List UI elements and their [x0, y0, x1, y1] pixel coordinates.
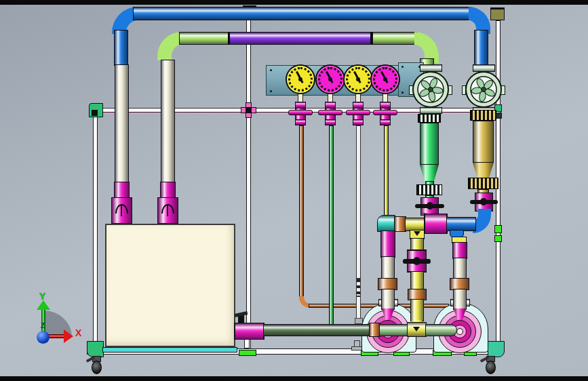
blue-pipe-drop-right[interactable]: [474, 30, 488, 66]
origin-sphere: [37, 331, 50, 344]
green-pipe-left[interactable]: [179, 32, 229, 45]
purple-pipe-section[interactable]: [228, 32, 372, 45]
flow-arrow-tee: [413, 327, 420, 332]
inlet-pipe-2-union[interactable]: [160, 182, 176, 199]
green-venturi-tube[interactable]: [420, 123, 439, 165]
cad-viewport: Y X Z: [0, 0, 588, 381]
pump1-riser-cream-lower[interactable]: [381, 289, 395, 310]
frame-rail-middle[interactable]: [246, 11, 251, 350]
check-valve-2[interactable]: [157, 197, 178, 224]
gold-venturi-tube[interactable]: [473, 121, 494, 163]
check-valve-stem: [167, 204, 168, 216]
rail-clamp-right-4[interactable]: [494, 235, 502, 242]
pressure-gauge-2[interactable]: [315, 64, 345, 94]
tank-base-strip: [102, 347, 237, 353]
pump1-riser-magenta[interactable]: [380, 230, 395, 258]
blue-pipe-top[interactable]: [133, 7, 471, 20]
base-pad-1: [239, 350, 256, 356]
rail-clamp-right-3[interactable]: [494, 225, 502, 233]
gold-venturi-taper[interactable]: [473, 163, 494, 179]
x-axis-label: X: [75, 328, 81, 338]
frame-foot-right[interactable]: [488, 341, 505, 357]
manifold-yellow-pipe[interactable]: [405, 218, 425, 231]
check-valve-stem: [121, 204, 122, 216]
bypass-pipe-lower[interactable]: [410, 299, 424, 321]
x-axis-arrowhead: [64, 329, 73, 343]
valve-nut-bottom: [353, 119, 364, 125]
pump2-riser-cream-upper[interactable]: [453, 258, 467, 279]
rail-elbow-connector-left[interactable]: [89, 103, 103, 117]
bypass-pipe-middle[interactable]: [410, 271, 424, 290]
pressure-gauge-3[interactable]: [343, 64, 373, 94]
green-venturi-union[interactable]: [416, 184, 442, 195]
cross-center: [246, 107, 252, 113]
flow-meter-2[interactable]: [465, 71, 502, 108]
blue-pipe-drop-left[interactable]: [114, 30, 128, 66]
z-axis-label: Z: [41, 323, 45, 329]
gauge1-tube-vertical[interactable]: [299, 125, 304, 298]
pump1-riser-cream-upper[interactable]: [381, 256, 395, 279]
manifold-union-magenta[interactable]: [424, 214, 448, 234]
gauge2-tube[interactable]: [329, 125, 334, 325]
pump2-riser-cream-lower[interactable]: [453, 289, 467, 310]
frame-foot-left[interactable]: [87, 341, 104, 357]
valve-nut-bottom: [380, 119, 391, 125]
top-black-bar: [0, 0, 588, 5]
inlet-pipe-2[interactable]: [161, 60, 175, 184]
gauge3-tube-dashed: [356, 279, 361, 296]
gauge-valve-4[interactable]: [380, 94, 391, 126]
bottom-black-bar: [0, 376, 588, 381]
coordinate-triad: Y X Z: [33, 293, 80, 347]
y-axis-arrowhead: [37, 300, 50, 310]
valve-handle[interactable]: [346, 110, 370, 115]
gauge-hub: [328, 77, 332, 81]
rail-cross-connector[interactable]: [241, 102, 256, 118]
gauge-valve-3[interactable]: [353, 94, 364, 126]
caster-wheel-right[interactable]: [482, 356, 499, 376]
y-axis-label: Y: [39, 292, 45, 301]
inlet-pipe-1-union[interactable]: [114, 182, 130, 199]
valve-handle[interactable]: [288, 110, 313, 115]
frame-corner-bracket-topright[interactable]: [490, 7, 505, 20]
gauge4-tube[interactable]: [384, 125, 389, 218]
gauge-valve-1[interactable]: [295, 94, 306, 126]
green-pipe-right[interactable]: [372, 32, 417, 45]
pump2-riser-magenta[interactable]: [452, 242, 467, 259]
valve-handle[interactable]: [373, 110, 397, 115]
pressure-gauge-1[interactable]: [286, 64, 315, 94]
green-venturi-top-coupling[interactable]: [418, 114, 441, 123]
check-valve-1[interactable]: [111, 197, 132, 224]
manifold-cyan-tee[interactable]: [377, 215, 395, 232]
green-line-valve-hub: [427, 202, 433, 209]
gold-venturi-union[interactable]: [468, 178, 498, 189]
caster-tire: [486, 361, 496, 374]
connector-notch: [92, 110, 98, 116]
plate-screw: [401, 66, 404, 68]
inlet-pipe-1[interactable]: [115, 64, 129, 184]
valve-nut-bottom: [325, 119, 336, 125]
suction-pipe-light-green-1[interactable]: [379, 324, 408, 336]
flow-meter-impeller: [412, 71, 449, 108]
manifold-blue-pipe[interactable]: [446, 217, 476, 231]
gauge-hub: [383, 77, 387, 81]
caster-tire: [92, 361, 102, 374]
panel-screw: [270, 69, 272, 71]
flow-meter-1[interactable]: [412, 71, 449, 108]
gold-line-valve-hub: [480, 198, 487, 205]
valve-nut-bottom: [295, 119, 306, 125]
frame-rail-left[interactable]: [93, 113, 98, 349]
pressure-gauge-4[interactable]: [370, 64, 400, 94]
caster-wheel-left[interactable]: [88, 356, 106, 376]
gauge3-tube-upper[interactable]: [356, 125, 361, 279]
water-tank[interactable]: [105, 224, 235, 347]
tank-outlet-fitting[interactable]: [234, 323, 264, 340]
valve-handle[interactable]: [318, 110, 342, 115]
gauge3-tube-lower[interactable]: [356, 296, 361, 319]
green-venturi-taper[interactable]: [420, 165, 439, 182]
gauge-valve-2[interactable]: [325, 94, 336, 126]
suction-pipe-dark-green[interactable]: [263, 324, 371, 336]
suction-pipe-light-green-2[interactable]: [425, 324, 457, 336]
bypass-valve-hub: [413, 257, 420, 265]
gold-venturi-top-coupling[interactable]: [470, 110, 496, 121]
flow-meter-1-bottom-flange: [420, 107, 442, 114]
